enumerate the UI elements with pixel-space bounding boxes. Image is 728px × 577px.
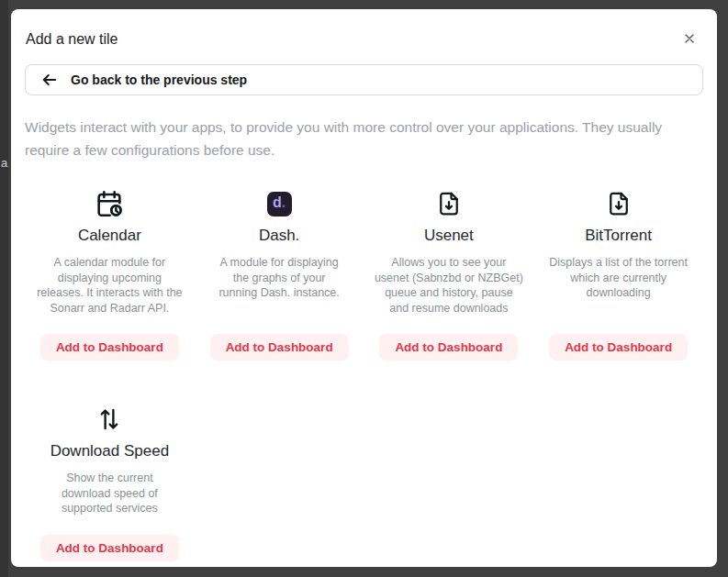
add-to-dashboard-button-calendar[interactable]: Add to Dashboard [40,334,179,361]
modal-title: Add a new tile [26,31,118,48]
add-tile-modal: Add a new tile Go back to the previous s… [11,9,717,567]
widget-description: Allows you to see your usenet (Sabnzbd o… [375,255,523,316]
widget-description: Show the current download speed of suppo… [55,471,163,516]
add-to-dashboard-button-dash[interactable]: Add to Dashboard [210,334,349,361]
widget-card-bittorrent: BitTorrent Displays a list of the torren… [533,185,703,361]
widget-title: Usenet [424,227,474,245]
intro-text: Widgets interact with your apps, to prov… [25,116,703,161]
widget-card-dash: d. Dash. A module for displaying the gra… [195,185,364,361]
go-back-button[interactable]: Go back to the previous step [25,64,703,95]
widget-card-usenet: Usenet Allows you to see your usenet (Sa… [364,185,534,361]
widget-title: Calendar [78,227,141,245]
add-to-dashboard-button-bittorrent[interactable]: Add to Dashboard [549,334,688,361]
widget-title: BitTorrent [585,227,652,245]
backdrop-left-strip [0,0,8,577]
close-icon [682,35,697,49]
calendar-clock-icon [94,185,125,222]
widget-card-download-speed: Download Speed Show the current download… [25,401,195,561]
dash-logo-letter: d [273,195,282,210]
dash-logo-icon: d. [267,185,292,222]
arrows-up-down-icon [95,401,123,438]
close-button[interactable] [680,29,699,48]
arrow-left-icon [40,71,59,89]
widget-title: Dash. [259,227,299,245]
backdrop-text-fragment: a [1,156,7,170]
modal-header: Add a new tile [25,31,703,48]
add-to-dashboard-button-usenet[interactable]: Add to Dashboard [379,334,518,361]
add-to-dashboard-button-download-speed[interactable]: Add to Dashboard [40,535,179,561]
widget-description: A calendar module for displaying upcomin… [35,255,184,316]
widget-description: A module for displaying the graphs of yo… [215,255,343,301]
widget-description: Displays a list of the torrent which are… [544,255,693,301]
dash-logo-dot: . [282,195,286,210]
file-download-icon [435,185,463,222]
widget-grid: Calendar A calendar module for displayin… [25,185,703,561]
file-download-icon [605,185,633,222]
widget-card-calendar: Calendar A calendar module for displayin… [25,185,195,361]
widget-title: Download Speed [50,442,169,460]
go-back-label: Go back to the previous step [71,72,247,87]
